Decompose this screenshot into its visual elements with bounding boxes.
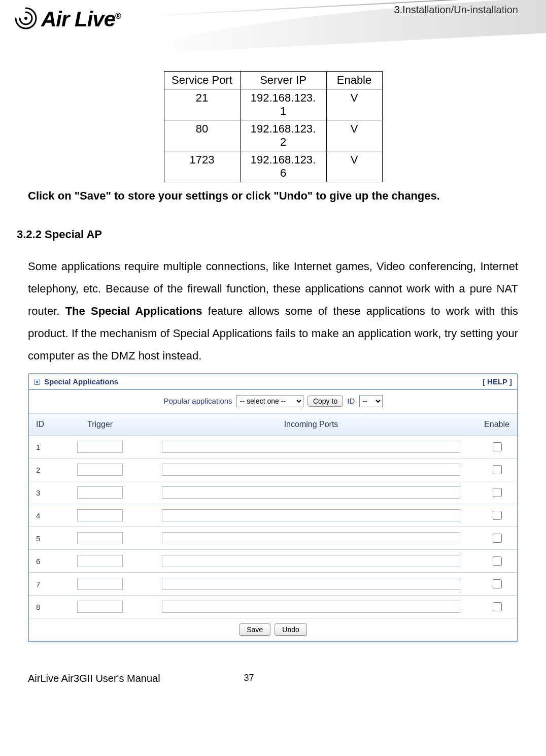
enable-checkbox[interactable] [493, 579, 502, 588]
apps-col-incoming: Incoming Ports [146, 414, 476, 436]
incoming-ports-input[interactable] [162, 464, 461, 476]
row-id: 3 [29, 481, 54, 504]
trigger-input[interactable] [77, 532, 123, 544]
help-link[interactable]: [ HELP ] [483, 377, 512, 386]
table-row: 8 [29, 596, 517, 618]
enable-checkbox[interactable] [493, 488, 502, 497]
section-paragraph: Some applications require multiple conne… [28, 255, 518, 367]
panel-bullet-icon [34, 379, 40, 385]
enable-col-header: Enable [326, 72, 382, 89]
popular-apps-label: Popular applications [163, 397, 232, 405]
enable-cell: V [326, 151, 382, 182]
svg-point-0 [24, 17, 27, 20]
header-sweep [150, 0, 546, 54]
apps-col-enable: Enable [476, 414, 517, 436]
trigger-input[interactable] [77, 486, 123, 499]
row-id: 7 [29, 573, 54, 596]
ip-col-header: Server IP [240, 72, 326, 89]
enable-cell: V [326, 120, 382, 151]
trigger-input[interactable] [77, 464, 123, 476]
port-mapping-table: Service Port Server IP Enable 21192.168.… [164, 71, 383, 182]
ip-cell: 192.168.123.1 [240, 89, 326, 120]
row-id: 2 [29, 458, 54, 481]
table-row: 7 [29, 573, 517, 596]
table-row: 4 [29, 504, 517, 527]
ip-cell: 192.168.123.6 [240, 151, 326, 182]
apps-col-id: ID [29, 414, 54, 436]
table-row: 5 [29, 527, 517, 550]
logo-swirl-icon [13, 5, 39, 37]
enable-checkbox[interactable] [493, 465, 502, 474]
port-cell: 1723 [164, 151, 240, 182]
row-id: 4 [29, 504, 54, 527]
special-applications-panel: Special Applications [ HELP ] Popular ap… [28, 373, 518, 642]
copy-to-id-select[interactable]: -- [359, 395, 383, 407]
table-row: 80192.168.123.2V [164, 120, 382, 151]
incoming-ports-input[interactable] [162, 601, 461, 613]
popular-apps-row: Popular applications -- select one -- Co… [29, 390, 517, 413]
table-row: 3 [29, 481, 517, 504]
trigger-input[interactable] [77, 578, 123, 590]
footer-manual-title: AirLive Air3GII User's Manual [28, 673, 160, 684]
incoming-ports-input[interactable] [162, 509, 461, 521]
port-cell: 80 [164, 120, 240, 151]
table-row: 1 [29, 436, 517, 458]
id-label: ID [347, 397, 355, 405]
trigger-input[interactable] [77, 555, 123, 567]
ip-cell: 192.168.123.2 [240, 120, 326, 151]
row-id: 8 [29, 596, 54, 618]
row-id: 5 [29, 527, 54, 550]
copy-to-button[interactable]: Copy to [308, 396, 343, 407]
table-row: 6 [29, 550, 517, 573]
incoming-ports-input[interactable] [162, 441, 461, 453]
undo-button[interactable]: Undo [275, 623, 306, 636]
special-apps-table: ID Trigger Incoming Ports Enable 1234567… [29, 413, 517, 641]
popular-apps-select[interactable]: -- select one -- [236, 395, 303, 407]
table-row: 1723192.168.123.6V [164, 151, 382, 182]
save-button[interactable]: Save [239, 623, 270, 636]
page-footer: AirLive Air3GII User's Manual 37 [28, 673, 518, 684]
panel-title-text: Special Applications [44, 377, 118, 386]
panel-titlebar: Special Applications [ HELP ] [29, 374, 517, 390]
trigger-input[interactable] [77, 441, 123, 453]
incoming-ports-input[interactable] [162, 578, 461, 590]
brand-logo: Air Live® [13, 5, 121, 37]
enable-cell: V [326, 89, 382, 120]
enable-checkbox[interactable] [493, 511, 502, 520]
apps-col-trigger: Trigger [54, 414, 146, 436]
table-row: 2 [29, 458, 517, 481]
incoming-ports-input[interactable] [162, 486, 461, 499]
page-header: 3.Installation/Un-installation Air Live® [28, 0, 518, 71]
port-col-header: Service Port [164, 72, 240, 89]
row-id: 6 [29, 550, 54, 573]
trigger-input[interactable] [77, 601, 123, 613]
subsection-heading: 3.2.2 Special AP [17, 228, 518, 241]
table-row: 21192.168.123.1V [164, 89, 382, 120]
incoming-ports-input[interactable] [162, 532, 461, 544]
enable-checkbox[interactable] [493, 442, 502, 451]
page-number: 37 [244, 673, 254, 684]
trigger-input[interactable] [77, 509, 123, 521]
port-cell: 21 [164, 89, 240, 120]
enable-checkbox[interactable] [493, 602, 502, 611]
enable-checkbox[interactable] [493, 556, 502, 566]
save-undo-instruction: Click on "Save" to store your settings o… [28, 189, 518, 203]
incoming-ports-input[interactable] [162, 555, 461, 567]
row-id: 1 [29, 436, 54, 458]
enable-checkbox[interactable] [493, 534, 502, 543]
